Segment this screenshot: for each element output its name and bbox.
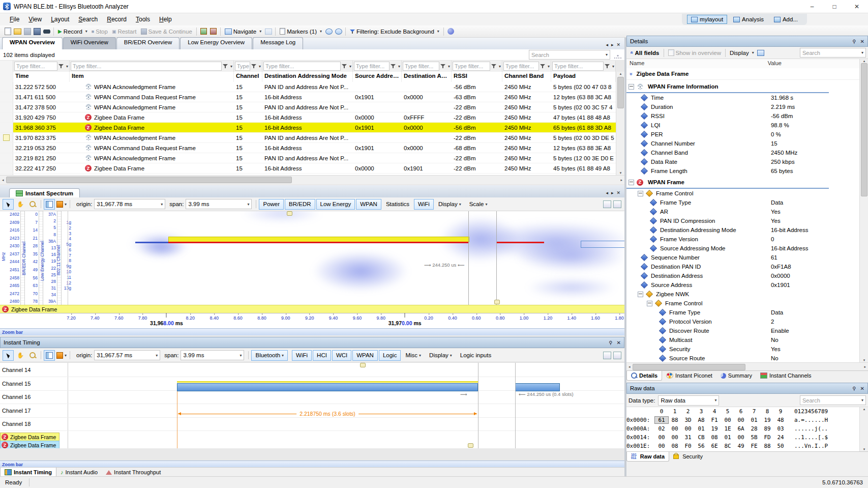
timing-display-button[interactable]: Display▾ <box>426 351 456 360</box>
hex-byte[interactable]: 01 <box>747 417 761 423</box>
spectrum-origin-input[interactable]: 31,967.78 ms▾ <box>94 199 165 209</box>
hex-byte[interactable]: CB <box>695 434 708 441</box>
timing-frame-bar-2[interactable] <box>515 383 560 391</box>
spectrum-plot[interactable]: ⟶ 244.250 us ⟵ <box>68 211 624 305</box>
maximize-button[interactable]: □ <box>823 0 846 13</box>
timing-split-view-icon[interactable] <box>44 350 55 361</box>
hex-byte[interactable]: 88 <box>668 417 681 423</box>
timing-marker-tool-icon[interactable]: ▾ <box>56 350 67 361</box>
menu-search[interactable]: Search <box>74 14 102 24</box>
stop-button[interactable]: ■Stop <box>89 28 110 35</box>
rawdata-search-input[interactable]: Search▾ <box>800 395 866 405</box>
timing-plot-area[interactable]: Channel 14Channel 15Channel 16Channel 17… <box>0 363 624 448</box>
details-row[interactable]: Source Addressing Mode16-bit Address <box>626 244 859 253</box>
details-row[interactable]: Duration2.219 ms <box>626 102 859 111</box>
details-row[interactable]: Frame TypeData <box>626 308 859 317</box>
hex-byte[interactable]: 6E <box>708 443 721 449</box>
live-filter-icon[interactable] <box>614 51 621 59</box>
column-header-time[interactable]: Time <box>13 72 70 82</box>
timing-close-icon[interactable]: ✕ <box>617 340 621 346</box>
details-row[interactable]: Data Rate250 kbps <box>626 157 859 166</box>
prev-marker-icon[interactable] <box>324 27 333 36</box>
layout-tab-add[interactable]: Add... <box>770 15 802 24</box>
details-row[interactable]: Protocol Version2 <box>626 317 859 326</box>
details-close-icon[interactable]: ✕ <box>860 39 864 44</box>
restart-button[interactable]: ▣Restart <box>110 28 139 35</box>
spectrum-span-input[interactable]: 3.99 ms▾ <box>186 199 252 209</box>
hex-byte[interactable]: 00 <box>668 434 681 441</box>
toggle-hci[interactable]: HCI <box>313 350 331 361</box>
filter-dropdown-icon[interactable]: ▾ <box>548 64 550 69</box>
column-header-payload[interactable]: Payload <box>551 72 616 82</box>
reset-marker-icon[interactable] <box>209 27 218 36</box>
timing-gray-cursor-1[interactable] <box>478 363 478 448</box>
details-display-button[interactable]: Display▾ <box>728 49 756 56</box>
tab-instant-audio[interactable]: ♪Instant Audio <box>56 468 102 477</box>
timing-zoom-tool-icon[interactable] <box>27 350 38 361</box>
hex-byte[interactable]: F1 <box>708 417 721 423</box>
filter-dropdown-icon[interactable]: ▾ <box>612 64 614 69</box>
details-row[interactable]: Frame Length65 bytes <box>626 166 859 176</box>
details-row[interactable]: Destination Address0x0000 <box>626 271 859 280</box>
tab-details[interactable]: Details <box>626 371 662 381</box>
type-filter-input[interactable]: Type filter... <box>552 62 604 71</box>
tab-instant-throughput[interactable]: Instant Throughput <box>102 468 165 477</box>
toggle-wci[interactable]: WCI <box>332 350 351 361</box>
details-row[interactable]: Discover RouteEnable <box>626 326 859 335</box>
filter-dropdown-icon[interactable]: ▾ <box>349 64 351 69</box>
hex-byte[interactable]: 00 <box>734 434 747 441</box>
table-row[interactable]: 31.970 823 375WPAN Acknowledgment Frame1… <box>0 133 616 143</box>
table-row[interactable]: 31.968 360 375ZZigbee Data Frame1516-bit… <box>0 123 616 133</box>
save-icon[interactable] <box>23 27 32 36</box>
filter-funnel-icon[interactable] <box>540 64 545 69</box>
hex-byte[interactable]: 61 <box>655 417 668 423</box>
timing-legend-1[interactable]: ZZigbee Data Frame <box>0 433 59 441</box>
hex-byte[interactable]: 08 <box>708 434 721 441</box>
type-filter-input[interactable]: Type filter... <box>71 62 222 71</box>
column-header-source-address[interactable]: Source Address <box>353 72 402 82</box>
expander-icon[interactable] <box>628 180 634 185</box>
timing-zoom-bar[interactable]: Zoom bar <box>0 461 624 468</box>
all-fields-button[interactable]: «All fields <box>628 49 662 56</box>
save-continue-button[interactable]: Save & Continue <box>139 28 194 35</box>
navigate-back-icon[interactable] <box>264 27 273 36</box>
minimize-button[interactable]: – <box>801 0 823 13</box>
details-row[interactable]: MulticastNo <box>626 335 859 345</box>
details-row[interactable]: Source RouteNo <box>626 354 859 362</box>
details-row[interactable]: Zigbee NWK <box>626 290 859 299</box>
type-filter-input[interactable]: Type filter... <box>14 62 57 71</box>
column-header-item[interactable]: Item <box>70 72 234 82</box>
hex-byte[interactable]: 00 <box>734 417 747 423</box>
rawdata-pin-icon[interactable]: ⚲ <box>852 386 856 391</box>
details-row[interactable]: Destination Addressing Mode16-bit Addres… <box>626 225 859 235</box>
type-filter-input[interactable]: Type filter... <box>403 62 439 71</box>
filter-funnel-icon[interactable] <box>251 64 256 69</box>
rawdata-vscrollbar[interactable]: ▴ ▾ <box>859 407 868 451</box>
hex-byte[interactable]: A8 <box>695 417 708 423</box>
details-row[interactable]: Channel Number15 <box>626 139 859 148</box>
timing-legend-2[interactable]: ZZigbee Data Frame <box>0 441 59 448</box>
table-row[interactable]: 31.471 611 500WPAN Command Data Request … <box>0 92 616 102</box>
filter-dropdown-icon[interactable]: ▾ <box>259 64 261 69</box>
details-search-input[interactable]: Search▾ <box>800 48 866 58</box>
spectrum-nav-left-icon[interactable]: ◂ <box>606 190 608 195</box>
table-row[interactable]: 32.222 417 250ZZigbee Data Frame1516-bit… <box>0 163 616 174</box>
new-file-icon[interactable] <box>4 27 12 36</box>
hex-byte[interactable]: 00 <box>668 425 681 432</box>
hex-byte[interactable]: 00 <box>721 417 734 423</box>
hex-byte[interactable]: 28 <box>747 425 761 432</box>
hex-byte[interactable]: 00 <box>681 425 695 432</box>
hex-byte[interactable]: 49 <box>734 443 747 449</box>
close-button[interactable]: ✕ <box>846 0 868 13</box>
timing-pin-icon[interactable]: ⚲ <box>609 340 612 346</box>
details-row[interactable]: Frame Control <box>626 189 859 198</box>
timing-sync-icon[interactable] <box>613 352 621 359</box>
tab-scroll-right-icon[interactable]: ▸ <box>611 42 614 47</box>
details-row[interactable]: «Zigbee Data Frame <box>626 68 859 80</box>
help-globe-icon[interactable] <box>446 27 455 36</box>
menu-help[interactable]: Help <box>155 14 176 24</box>
filter-funnel-icon[interactable] <box>440 64 445 69</box>
filter-funnel-icon[interactable] <box>342 64 347 69</box>
details-row[interactable]: LQI98.8 % <box>626 121 859 130</box>
details-row[interactable]: Time31.968 s <box>626 93 859 102</box>
